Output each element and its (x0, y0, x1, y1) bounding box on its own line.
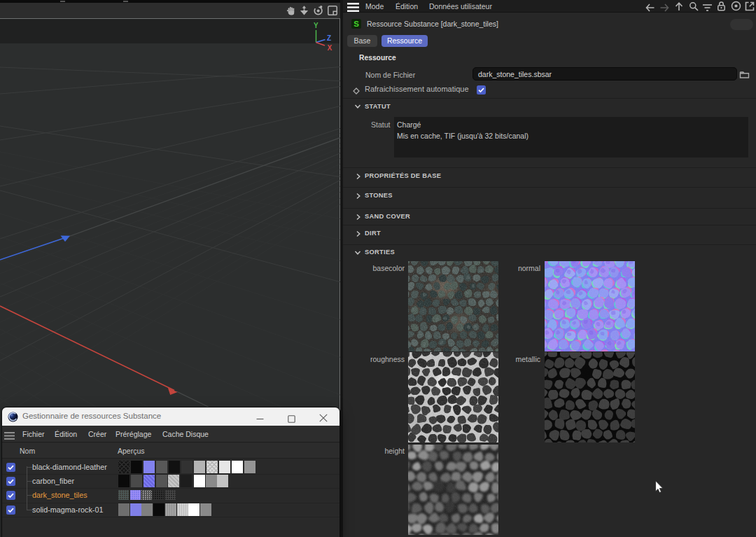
svg-text:Z: Z (327, 34, 331, 42)
svg-text:X: X (328, 44, 332, 52)
svg-text:Y: Y (314, 22, 318, 29)
svg-text:S: S (354, 20, 359, 28)
